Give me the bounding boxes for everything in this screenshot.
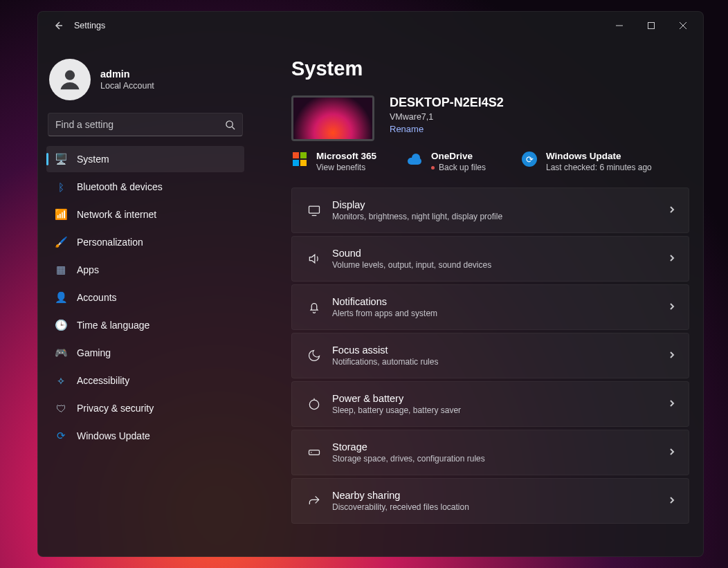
sidebar-item-label: Network & internet (77, 209, 156, 220)
sound-icon (300, 252, 328, 266)
window-title: Settings (74, 21, 105, 30)
sidebar-item-gaming[interactable]: 🎮Gaming (46, 340, 244, 366)
apps-icon: ▦ (55, 264, 67, 276)
sidebar-item-privacy-security[interactable]: 🛡Privacy & security (46, 395, 244, 421)
windows-update-icon: ⟳ (55, 430, 67, 442)
titlebar: Settings (38, 12, 703, 39)
main-content: System DESKTOP-N2EI4S2 VMware7,1 Rename … (253, 39, 703, 556)
sidebar-item-label: Privacy & security (77, 403, 154, 414)
tile-onedrive[interactable]: OneDrive Back up files (406, 151, 503, 172)
network-internet-icon: 📶 (55, 208, 67, 221)
notifications-icon (300, 300, 328, 314)
status-tiles: Microsoft 365 View benefits OneDrive Bac… (291, 151, 689, 172)
chevron-right-icon (668, 301, 676, 313)
card-focus-assist[interactable]: Focus assistNotifications, automatic rul… (291, 333, 689, 378)
card-title: Display (332, 199, 668, 210)
tile-sub: Back up files (431, 163, 486, 172)
device-model: VMware7,1 (390, 112, 504, 122)
accounts-icon: 👤 (55, 291, 67, 304)
nearby-sharing-icon (300, 494, 328, 508)
back-arrow-icon (53, 20, 64, 31)
chevron-right-icon (668, 253, 676, 265)
sidebar-item-personalization[interactable]: 🖌️Personalization (46, 229, 244, 255)
chevron-right-icon (668, 495, 676, 507)
card-sub: Monitors, brightness, night light, displ… (332, 212, 668, 221)
sidebar-item-label: System (77, 154, 109, 165)
focus-assist-icon (300, 349, 328, 363)
time-language-icon: 🕒 (55, 319, 67, 331)
device-name: DESKTOP-N2EI4S2 (390, 95, 504, 110)
maximize-icon (648, 22, 655, 29)
sidebar-item-time-language[interactable]: 🕒Time & language (46, 312, 244, 338)
nav-list: 🖥️SystemᛒBluetooth & devices📶Network & i… (46, 146, 244, 449)
svg-rect-0 (648, 23, 655, 29)
sidebar-item-system[interactable]: 🖥️System (46, 146, 244, 172)
profile-block[interactable]: admin Local Account (46, 53, 244, 113)
card-storage[interactable]: StorageStorage space, drives, configurat… (291, 430, 689, 475)
back-button[interactable] (48, 15, 69, 36)
tile-ms365[interactable]: Microsoft 365 View benefits (291, 151, 388, 172)
privacy-security-icon: 🛡 (55, 402, 67, 414)
gaming-icon: 🎮 (55, 347, 67, 359)
tile-windows-update[interactable]: ⟳ Windows Update Last checked: 6 minutes… (521, 151, 652, 172)
card-title: Storage (332, 441, 668, 452)
card-sound[interactable]: SoundVolume levels, output, input, sound… (291, 236, 689, 282)
svg-point-4 (309, 400, 318, 409)
minimize-icon (616, 22, 623, 29)
cloud-icon (406, 151, 423, 167)
card-notifications[interactable]: NotificationsAlerts from apps and system (291, 284, 689, 330)
search-input[interactable] (55, 119, 225, 130)
storage-icon (300, 446, 328, 459)
sidebar-item-windows-update[interactable]: ⟳Windows Update (46, 423, 244, 449)
sidebar-item-label: Time & language (77, 320, 149, 331)
tile-sub: Last checked: 6 minutes ago (546, 163, 652, 172)
card-power-battery[interactable]: Power & batterySleep, battery usage, bat… (291, 381, 689, 427)
sidebar-item-label: Apps (77, 264, 99, 275)
chevron-right-icon (668, 398, 676, 410)
card-sub: Notifications, automatic rules (332, 357, 668, 367)
tile-title: Microsoft 365 (316, 151, 376, 161)
maximize-button[interactable] (635, 15, 667, 37)
svg-point-1 (65, 71, 75, 80)
card-nearby-sharing[interactable]: Nearby sharingDiscoverability, received … (291, 478, 689, 524)
device-thumbnail[interactable] (291, 95, 374, 141)
sidebar-item-bluetooth-devices[interactable]: ᛒBluetooth & devices (46, 174, 244, 200)
card-display[interactable]: DisplayMonitors, brightness, night light… (291, 187, 689, 233)
card-title: Focus assist (332, 345, 668, 356)
power-battery-icon (300, 397, 328, 411)
sidebar-item-label: Accessibility (77, 375, 129, 386)
display-icon (300, 203, 328, 217)
sidebar-item-label: Windows Update (77, 430, 150, 441)
card-sub: Alerts from apps and system (332, 309, 668, 318)
sidebar-item-apps[interactable]: ▦Apps (46, 257, 244, 283)
sidebar-item-accessibility[interactable]: ⟡Accessibility (46, 367, 244, 394)
card-sub: Storage space, drives, configuration rul… (332, 454, 668, 464)
chevron-right-icon (668, 349, 676, 362)
accessibility-icon: ⟡ (55, 374, 67, 387)
search-box[interactable] (48, 113, 243, 136)
sidebar-item-label: Bluetooth & devices (77, 181, 163, 192)
settings-cards: DisplayMonitors, brightness, night light… (291, 187, 689, 538)
rename-link[interactable]: Rename (390, 124, 504, 134)
personalization-icon: 🖌️ (55, 236, 67, 248)
tile-sub: View benefits (316, 163, 376, 172)
svg-rect-5 (309, 450, 320, 455)
sidebar: admin Local Account 🖥️SystemᛒBluetooth &… (38, 39, 253, 556)
sidebar-item-label: Personalization (77, 237, 143, 248)
page-title: System (291, 57, 689, 80)
ms365-icon (291, 151, 308, 167)
card-sub: Sleep, battery usage, battery saver (332, 405, 668, 415)
sidebar-item-accounts[interactable]: 👤Accounts (46, 284, 244, 311)
svg-point-2 (226, 120, 233, 127)
avatar (49, 59, 91, 100)
card-title: Sound (332, 248, 668, 259)
svg-point-6 (311, 452, 312, 453)
update-icon: ⟳ (521, 151, 538, 167)
close-icon (680, 22, 686, 29)
sidebar-item-network-internet[interactable]: 📶Network & internet (46, 201, 244, 228)
bluetooth-devices-icon: ᛒ (55, 181, 67, 193)
user-account-type: Local Account (100, 81, 154, 91)
minimize-button[interactable] (603, 15, 635, 37)
device-block: DESKTOP-N2EI4S2 VMware7,1 Rename (291, 95, 689, 141)
close-button[interactable] (667, 15, 699, 37)
